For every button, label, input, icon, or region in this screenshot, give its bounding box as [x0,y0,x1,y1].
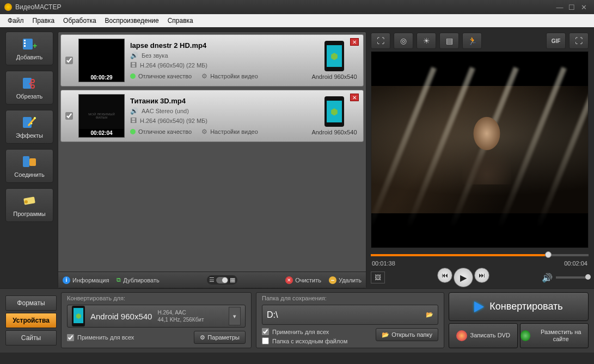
wand-icon [21,115,38,130]
info-icon: i [63,276,70,284]
remove-item-button[interactable]: ✕ [350,38,359,46]
video-thumbnail[interactable]: МОЙ ЛЮБИМЫЙФИЛЬМ 00:02:04 [78,94,125,138]
save-folder-label: Папка для сохранения: [262,295,438,301]
params-button[interactable]: ⚙Параметры [194,331,246,344]
video-viewport[interactable] [371,51,589,248]
time-total: 00:02:04 [564,260,587,267]
info-button[interactable]: iИнформация [63,276,109,284]
play-button[interactable]: ▶ [454,268,473,287]
device-selector[interactable]: Android 960x540 H.264, AAC44,1 KHz, 256К… [67,305,246,328]
device-dropdown[interactable]: ▾ [229,307,241,325]
svg-rect-2 [24,42,26,44]
video-thumbnail[interactable]: 00:00:29 [78,39,125,82]
convert-for-label: Конвертировать для: [67,295,246,301]
browse-folder-button[interactable]: 📂 [426,311,433,318]
menu-help[interactable]: Справка [163,17,198,24]
publish-button[interactable]: Разместить на сайте [520,323,589,348]
open-folder-button[interactable]: 📂Открыть папку [376,328,438,341]
save-path: D:\ [267,310,420,320]
prev-button[interactable]: ⏮ [437,268,452,283]
volume-icon[interactable]: 🔊 [542,273,553,283]
next-button[interactable]: ⏭ [474,268,489,283]
clear-button[interactable]: ✕Очистить [285,276,321,284]
seek-bar[interactable] [371,250,589,260]
duration-badge: 00:02:04 [79,129,124,137]
join-icon [21,154,38,169]
audio-spec: AAC Stereo (und) [142,108,189,114]
video-settings-link[interactable]: ⚙Настройки видео [201,72,258,80]
target-tabs: Форматы Устройства Сайты [5,292,57,348]
sun-icon: ☀ [423,36,430,45]
menu-edit[interactable]: Правка [28,17,59,24]
list-view-icon: ☰ [209,276,215,283]
running-icon: 🏃 [468,36,477,45]
view-mode-toggle[interactable]: ☰ ▦ [207,275,237,285]
delete-button[interactable]: −Удалить [329,276,362,284]
svg-point-17 [25,200,28,203]
remove-item-button[interactable]: ✕ [350,94,359,101]
close-button[interactable]: ✕ [578,3,590,11]
cut-button[interactable]: Обрезать [5,71,53,104]
effects-button[interactable]: Эффекты [5,110,53,144]
svg-rect-3 [24,45,26,47]
item-checkbox[interactable] [65,112,73,120]
convert-for-panel: Конвертировать для: Android 960x540 H.26… [61,292,252,348]
programs-button[interactable]: Программы [5,188,53,222]
seek-knob[interactable] [545,251,552,258]
video-item[interactable]: МОЙ ЛЮБИМЫЙФИЛЬМ 00:02:04 Титаник 3D.mp4… [60,90,364,142]
volume-slider[interactable] [556,276,589,279]
speaker-icon: 🔊 [130,52,138,59]
menu-playback[interactable]: Воспроизведение [101,17,163,24]
svg-point-12 [34,117,36,119]
key-icon [21,193,38,208]
item-checkbox[interactable] [65,57,73,64]
menu-process[interactable]: Обработка [59,17,101,24]
apply-all-convert[interactable]: Применить для всех [67,334,134,341]
text-button[interactable]: ▤ [439,33,459,49]
gear-icon: ⚙ [200,334,205,341]
add-label: Добавить [16,54,43,60]
svg-rect-1 [24,40,26,41]
apply-all-save[interactable]: Применить для всех [262,328,347,335]
dvd-icon [456,330,467,341]
join-button[interactable]: Соединить [5,149,53,183]
menu-bar: Файл Правка Обработка Воспроизведение Сп… [0,14,594,27]
menu-file[interactable]: Файл [3,17,28,24]
target-device: Android 960x540 [310,96,359,135]
tab-sites[interactable]: Сайты [5,330,57,346]
globe-icon [520,330,531,341]
clear-icon: ✕ [285,276,293,284]
same-folder-check[interactable]: Папка с исходным файлом [262,337,347,344]
convert-button[interactable]: Конвертировать [449,292,589,321]
tab-devices[interactable]: Устройства [5,313,57,328]
enhance-button[interactable]: ◎ [394,33,413,49]
quality-dot-icon [130,129,136,134]
preview-panel: ⛶ ◎ ☀ ▤ 🏃 GIF ⛶ 00:01:38 00:02:04 🖼 ⏮ [371,32,589,288]
svg-text:+: + [33,41,37,50]
speed-button[interactable]: 🏃 [462,33,482,49]
burn-dvd-button[interactable]: Записать DVD [449,323,518,348]
brightness-button[interactable]: ☀ [417,33,436,49]
minimize-button[interactable]: — [554,3,566,11]
crop-icon: ⛶ [377,36,384,45]
video-spec: H.264 (960x540) (92 МБ) [140,118,207,124]
quality-dot-icon [130,73,136,79]
maximize-button[interactable]: ☐ [566,3,578,11]
gif-button[interactable]: GIF [546,33,566,49]
gear-icon: ⚙ [201,128,207,135]
film-icon: 🎞 [130,117,137,125]
bottom-panel: Форматы Устройства Сайты Конвертировать … [0,288,594,353]
tab-formats[interactable]: Форматы [5,295,57,311]
video-item[interactable]: 00:00:29 lapse dnestr 2 HD.mp4 🔊Без звук… [60,34,364,87]
arrow-icon [474,301,484,312]
add-button[interactable]: + Добавить [5,32,53,65]
duplicate-icon: ⧉ [117,276,121,283]
duplicate-button[interactable]: ⧉Дублировать [117,276,159,283]
grid-view-icon: ▦ [230,276,235,283]
fullscreen-button[interactable]: ⛶ [569,33,589,49]
quality-label: Отличное качество [138,73,192,79]
video-settings-link[interactable]: ⚙Настройки видео [201,128,258,135]
crop-button[interactable]: ⛶ [371,33,390,49]
snapshot-button[interactable]: 🖼 [371,272,385,283]
film-plus-icon: + [21,36,38,52]
